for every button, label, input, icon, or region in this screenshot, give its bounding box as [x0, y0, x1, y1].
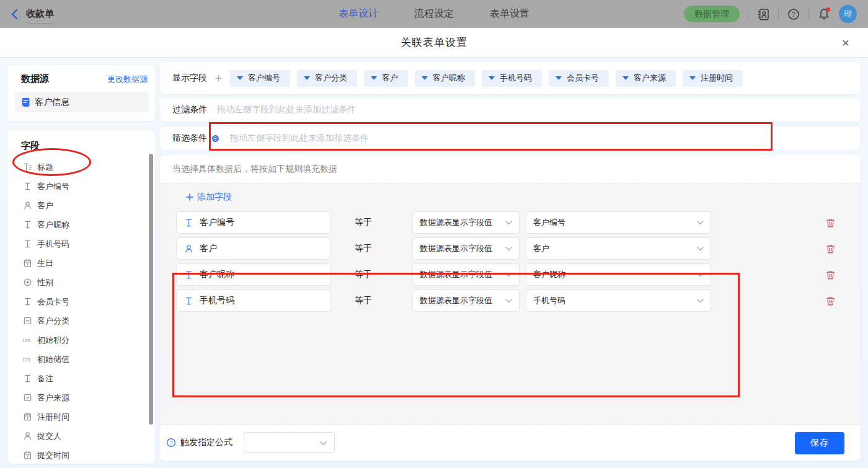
rule-target-field[interactable]: 客户昵称	[176, 263, 331, 286]
field-list-item[interactable]: 注册时间	[7, 407, 155, 426]
settings-gear-icon[interactable]	[211, 134, 220, 143]
rule-row: 手机号码 等于 数据源表显示字段值 手机号码	[160, 289, 861, 312]
delete-rule-button[interactable]	[825, 269, 836, 280]
avatar[interactable]: 理	[839, 5, 857, 23]
delete-rule-button[interactable]	[825, 243, 836, 254]
add-display-field-icon[interactable]	[215, 75, 222, 82]
rule-operator: 等于	[355, 295, 412, 306]
topbar-tab[interactable]: 流程设定	[414, 7, 454, 20]
topbar-tab[interactable]: 表单设置	[490, 7, 529, 20]
rule-value-select[interactable]: 客户昵称	[526, 263, 711, 286]
divider	[808, 9, 809, 19]
display-field-chip[interactable]: 客户编号	[230, 70, 290, 87]
fill-rules-card: 当选择具体数据后，将按如下规则填充数据 添加字段 客户编号	[160, 155, 861, 461]
fields-scrollbar[interactable]	[149, 154, 153, 425]
field-type-icon	[184, 244, 193, 254]
field-type-icon: 123	[22, 355, 32, 364]
field-list-item[interactable]: 123 初始储值	[7, 350, 155, 369]
screen-condition-row[interactable]: 筛选条件 拖动左侧字段到此处来添加筛选条件	[160, 126, 861, 150]
modal-header: 关联表单设置 ×	[0, 28, 868, 58]
trigger-formula-select[interactable]	[244, 432, 335, 453]
display-field-chip[interactable]: 手机号码	[482, 70, 542, 87]
delete-rule-button[interactable]	[825, 217, 836, 228]
fields-title: 字段	[7, 140, 155, 152]
topbar: 收款单 表单设计流程设定表单设置 数据管理 ? 理	[0, 0, 868, 28]
rule-target-field[interactable]: 客户编号	[176, 211, 331, 234]
field-list-item[interactable]: 客户	[7, 196, 155, 215]
field-list-item[interactable]: 生日	[7, 254, 155, 273]
chevron-down-icon	[697, 273, 704, 277]
delete-rule-button[interactable]	[825, 295, 836, 306]
data-manage-button[interactable]: 数据管理	[684, 6, 740, 22]
display-field-chip[interactable]: 注册时间	[683, 70, 743, 87]
field-list-item[interactable]: 客户编号	[7, 177, 155, 196]
field-list-item[interactable]: 客户分类	[7, 311, 155, 330]
chip-label: 客户昵称	[433, 73, 465, 84]
save-button[interactable]: 保存	[795, 432, 844, 454]
field-list-item-label: 提交人	[37, 431, 61, 442]
rule-row: 客户 等于 数据源表显示字段值 客户	[160, 237, 861, 260]
filter-dropzone-placeholder: 拖动左侧字段到此处来添加过滤条件	[217, 104, 356, 115]
rule-value-select[interactable]: 客户	[526, 237, 711, 260]
formula-help-icon[interactable]: ?	[166, 438, 176, 448]
chevron-down-icon	[697, 299, 704, 303]
field-type-icon	[22, 220, 32, 229]
datasource-title: 数据源	[21, 73, 49, 85]
rule-target-field[interactable]: 手机号码	[176, 289, 331, 312]
rule-target-field[interactable]: 客户	[176, 237, 331, 260]
field-list-item[interactable]: 标题	[7, 157, 155, 177]
field-list-item-label: 客户	[37, 200, 53, 211]
field-type-icon	[22, 201, 32, 210]
field-type-icon	[22, 182, 32, 191]
notification-icon[interactable]	[817, 7, 831, 21]
field-type-icon	[184, 296, 193, 306]
field-type-icon	[22, 374, 32, 383]
display-field-chip[interactable]: 客户	[364, 70, 408, 87]
field-list-item[interactable]: 客户来源	[7, 388, 155, 407]
display-field-chip[interactable]: 会员卡号	[549, 70, 609, 87]
divider	[748, 9, 748, 19]
field-list-item[interactable]: 性别	[7, 273, 155, 292]
chevron-down-icon	[320, 437, 327, 448]
rule-value-select[interactable]: 手机号码	[526, 289, 711, 312]
add-field-button[interactable]: 添加字段	[186, 192, 232, 203]
field-type-icon	[22, 239, 32, 249]
field-list-item-label: 注册时间	[37, 412, 69, 423]
display-field-chip[interactable]: 客户分类	[297, 70, 357, 87]
sidebar: 数据源 更改数据源 客户信息 字段 标题	[7, 58, 155, 468]
address-book-icon[interactable]	[756, 7, 770, 21]
field-list-item[interactable]: 提交人	[7, 426, 155, 446]
display-field-chips: 客户编号 客户分类 客户 客户昵称 手机号码	[230, 70, 743, 87]
change-datasource-link[interactable]: 更改数据源	[107, 74, 148, 85]
rule-operator: 等于	[355, 243, 412, 254]
field-list-item[interactable]: 手机号码	[7, 234, 155, 254]
rule-source-select[interactable]: 数据源表显示字段值	[412, 263, 520, 286]
dropdown-triangle-icon	[556, 76, 562, 80]
field-list-item[interactable]: 123 初始积分	[7, 330, 155, 350]
topbar-tab[interactable]: 表单设计	[339, 7, 378, 20]
back-nav[interactable]: 收款单	[0, 8, 54, 20]
dropdown-triangle-icon	[489, 76, 495, 80]
fill-rules-area: 添加字段 客户编号 等于 数据源表显示字段值	[160, 183, 861, 425]
back-icon[interactable]	[10, 9, 21, 20]
field-list-item[interactable]: 客户昵称	[7, 215, 155, 234]
field-list-item[interactable]: 会员卡号	[7, 292, 155, 311]
display-field-chip[interactable]: 客户来源	[616, 70, 676, 87]
chip-label: 注册时间	[701, 73, 733, 84]
filter-condition-row[interactable]: 过滤条件 拖动左侧字段到此处来添加过滤条件	[160, 98, 861, 121]
rule-source-select[interactable]: 数据源表显示字段值	[412, 211, 520, 234]
rule-target-field-label: 客户编号	[200, 217, 234, 228]
dropdown-triangle-icon	[304, 76, 310, 80]
datasource-item[interactable]: 客户信息	[15, 92, 149, 112]
close-icon[interactable]: ×	[839, 37, 852, 49]
help-icon[interactable]: ?	[787, 7, 800, 21]
screen-dropzone-placeholder: 拖动左侧字段到此处来添加筛选条件	[230, 133, 369, 144]
form-name[interactable]: 收款单	[26, 8, 54, 19]
rule-source-select[interactable]: 数据源表显示字段值	[412, 289, 520, 312]
field-list-item[interactable]: 提交时间	[7, 446, 155, 464]
field-list-item[interactable]: 备注	[7, 369, 155, 388]
rule-value-select[interactable]: 客户编号	[526, 211, 711, 234]
display-field-chip[interactable]: 客户昵称	[415, 70, 475, 87]
rule-source-select[interactable]: 数据源表显示字段值	[412, 237, 520, 260]
rule-operator: 等于	[355, 217, 412, 228]
